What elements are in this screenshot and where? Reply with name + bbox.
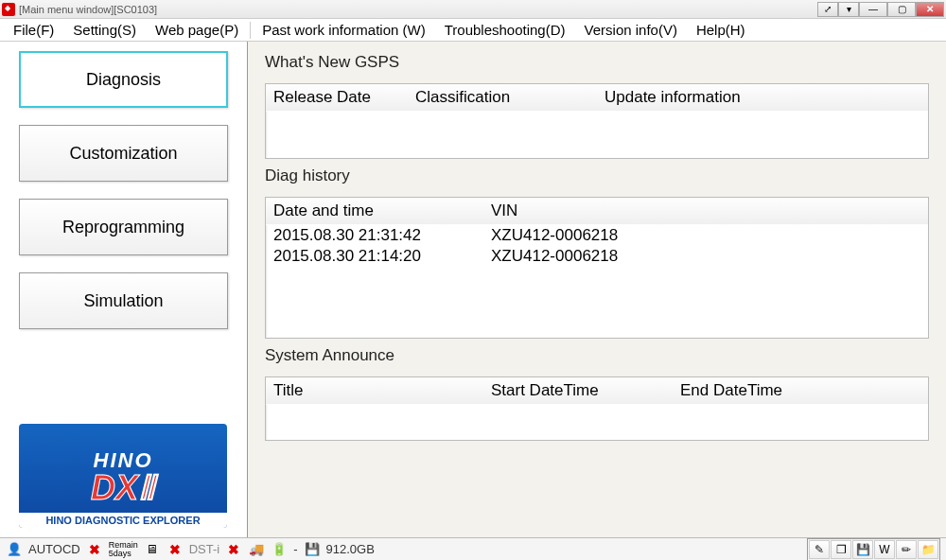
cell-datetime: 2015.08.30 21:14:20 [273,247,491,266]
announce-title: System Announce [265,346,929,365]
remain-x-icon: ✖ [86,541,103,558]
tool-eraser-icon[interactable]: ❐ [831,540,851,559]
user-icon: 👤 [6,541,23,558]
logo-subtitle: HINO DIAGNOSTIC EXPLORER [19,513,227,528]
col-title: Title [273,381,491,400]
col-classification: Classification [415,88,604,107]
menu-separator [250,22,251,39]
menu-pastwork[interactable]: Past work information (W) [253,20,435,40]
window-aux1-button[interactable]: ⤢ [817,2,838,17]
reprogramming-button[interactable]: Reprogramming [19,199,228,255]
menu-setting[interactable]: Setting(S) [63,20,146,40]
diagnosis-button[interactable]: Diagnosis [19,51,228,108]
whatsnew-title: What's New GSPS [265,53,929,72]
battery-value: - [293,542,297,556]
statusbar: 👤 AUTOCD ✖ Remain5days 🖥 ✖ DST-i ✖ 🚚 🔋 -… [0,537,946,560]
menu-webpage[interactable]: Web page(P) [146,20,248,40]
battery-icon: 🔋 [271,541,288,558]
status-disk: 912.0GB [326,542,375,556]
main-area: Diagnosis Customization Reprogramming Si… [0,42,946,537]
tool-w-icon[interactable]: W [874,540,895,559]
col-update-info: Update information [604,88,741,107]
close-button[interactable]: ✕ [916,2,944,17]
announce-header: Title Start DateTime End DateTime [266,377,928,405]
col-release-date: Release Date [273,88,415,107]
table-row[interactable]: 2015.08.30 21:14:20 XZU412-0006218 [273,246,920,267]
status-remain: Remain5days [109,541,138,558]
maximize-button[interactable]: ▢ [887,2,916,17]
col-vin: VIN [491,201,517,220]
logo: HINO DXⅡ HINO DIAGNOSTIC EXPLORER [19,424,227,528]
menu-troubleshooting[interactable]: Troubleshooting(D) [435,20,575,40]
cell-datetime: 2015.08.30 21:31:42 [273,226,491,245]
titlebar: [Main menu window][SC0103] ⤢ ▾ — ▢ ✕ [0,0,946,19]
status-dst: DST-i [189,542,220,556]
whatsnew-header: Release Date Classification Update infor… [266,84,928,112]
dst-x-icon: ✖ [225,541,242,558]
window-title: [Main menu window][SC0103] [19,4,157,15]
menu-version[interactable]: Version info(V) [575,20,687,40]
window-aux2-button[interactable]: ▾ [838,2,859,17]
history-title: Diag history [265,166,929,185]
device-icon: 🖥 [144,541,161,558]
table-row[interactable]: 2015.08.30 21:31:42 XZU412-0006218 [273,225,920,246]
connection-x-icon: ✖ [166,541,184,558]
minimize-button[interactable]: — [859,2,887,17]
history-panel: Date and time VIN 2015.08.30 21:31:42 XZ… [265,197,929,339]
customization-button[interactable]: Customization [19,125,228,182]
tool-edit-icon[interactable]: ✏ [896,540,917,559]
status-user: AUTOCD [28,542,80,556]
cell-vin: XZU412-0006218 [491,247,618,266]
truck-icon: 🚚 [248,541,265,558]
logo-product: DXⅡ [91,473,155,503]
tool-folder-icon[interactable]: 📁 [918,540,938,559]
sidebar: Diagnosis Customization Reprogramming Si… [0,42,248,537]
menubar: File(F) Setting(S) Web page(P) Past work… [0,19,946,42]
content: What's New GSPS Release Date Classificat… [248,42,946,537]
app-icon [2,3,15,16]
menu-file[interactable]: File(F) [4,20,63,40]
simulation-button[interactable]: Simulation [19,272,228,329]
tool-save-icon[interactable]: 💾 [852,540,873,559]
col-end: End DateTime [680,381,782,400]
menu-help[interactable]: Help(H) [687,20,755,40]
col-start: Start DateTime [491,381,680,400]
tool-pen-icon[interactable]: ✎ [809,540,830,559]
disk-icon: 💾 [304,541,321,558]
cell-vin: XZU412-0006218 [491,226,618,245]
history-body: 2015.08.30 21:31:42 XZU412-0006218 2015.… [266,225,928,267]
toolbar: ✎ ❐ 💾 W ✏ 📁 [807,538,940,561]
whatsnew-panel: Release Date Classification Update infor… [265,83,929,159]
col-datetime: Date and time [273,201,491,220]
history-header: Date and time VIN [266,198,928,225]
announce-panel: Title Start DateTime End DateTime [265,376,929,441]
